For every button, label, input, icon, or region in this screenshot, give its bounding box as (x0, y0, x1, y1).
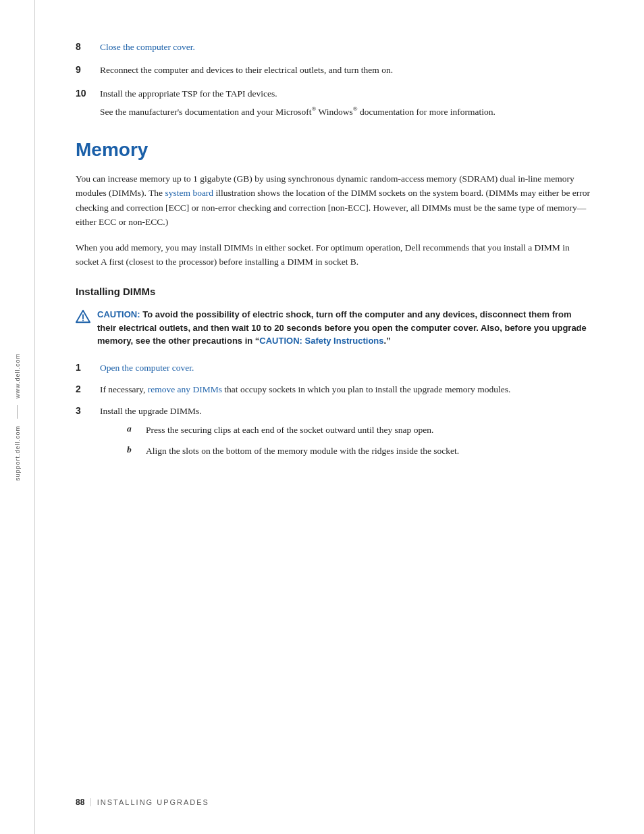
dimm-substep-a: a Press the securing clips at each end o… (127, 423, 590, 437)
open-cover-link[interactable]: Open the computer cover. (100, 363, 194, 373)
memory-title: Memory (76, 139, 590, 161)
step-8-content: Close the computer cover. (100, 41, 590, 54)
page-container: www.dell.com support.dell.com 8 Close th… (0, 0, 644, 834)
footer-divider: | (90, 797, 91, 807)
sidebar-text-website: www.dell.com (14, 353, 21, 398)
caution-box: CAUTION: To avoid the possibility of ele… (76, 308, 590, 348)
remove-dimms-link[interactable]: remove any DIMMs (148, 384, 222, 394)
footer-section-text: Installing Upgrades (97, 798, 209, 806)
dimm-substep-a-label: a (127, 423, 146, 437)
step-8: 8 Close the computer cover. (76, 41, 590, 54)
dimm-step-3-number: 3 (76, 405, 100, 416)
dimm-step-2-content: If necessary, remove any DIMMs that occu… (100, 383, 590, 396)
dimm-step-1: 1 Open the computer cover. (76, 361, 590, 375)
dimm-substeps: a Press the securing clips at each end o… (127, 423, 590, 458)
dimm-steps-list: 1 Open the computer cover. 2 If necessar… (76, 361, 590, 465)
dimm-step-2: 2 If necessary, remove any DIMMs that oc… (76, 383, 590, 396)
step-9: 9 Reconnect the computer and devices to … (76, 63, 590, 77)
memory-body-1: You can increase memory up to 1 gigabyte… (76, 172, 590, 230)
caution-text: CAUTION: To avoid the possibility of ele… (97, 308, 590, 348)
dimm-substep-b: b Align the slots on the bottom of the m… (127, 444, 590, 458)
memory-section: Memory You can increase memory up to 1 g… (76, 139, 590, 465)
dimm-step-3: 3 Install the upgrade DIMMs. a Press the… (76, 405, 590, 465)
step-10-number: 10 (76, 87, 100, 99)
dimm-step-2-text-before: If necessary, (100, 384, 148, 394)
step-10-subnote: See the manufacturer's documentation and… (100, 105, 590, 119)
caution-icon (76, 309, 90, 327)
installing-dimms-subsection: Installing DIMMs CAUTION: To avoid the p… (76, 286, 590, 465)
intro-steps-list: 8 Close the computer cover. 9 Reconnect … (76, 41, 590, 119)
dimm-step-3-text: Install the upgrade DIMMs. (100, 405, 590, 418)
step-10-text: Install the appropriate TSP for the TAPI… (100, 87, 590, 101)
installing-dimms-title: Installing DIMMs (76, 286, 590, 297)
svg-point-1 (82, 320, 84, 321)
dimm-substep-b-text: Align the slots on the bottom of the mem… (146, 444, 590, 458)
caution-label: CAUTION: (97, 309, 140, 319)
sidebar: www.dell.com support.dell.com (0, 0, 35, 834)
dimm-step-1-number: 1 (76, 361, 100, 373)
dimm-step-2-text-after: that occupy sockets in which you plan to… (222, 384, 510, 394)
dimm-substep-b-label: b (127, 444, 146, 458)
close-cover-link[interactable]: Close the computer cover. (100, 42, 195, 52)
step-9-content: Reconnect the computer and devices to th… (100, 63, 590, 77)
dimm-step-2-number: 2 (76, 383, 100, 394)
step-10-content: Install the appropriate TSP for the TAPI… (100, 87, 590, 119)
footer-page-number: 88 (76, 798, 84, 807)
footer: 88 | Installing Upgrades (76, 797, 209, 807)
step-8-number: 8 (76, 41, 100, 52)
sidebar-divider (17, 405, 18, 419)
dimm-step-1-content: Open the computer cover. (100, 361, 590, 375)
step-10: 10 Install the appropriate TSP for the T… (76, 87, 590, 119)
step-9-text: Reconnect the computer and devices to th… (100, 63, 590, 77)
caution-body-end: .” (384, 336, 391, 346)
main-content: 8 Close the computer cover. 9 Reconnect … (35, 0, 644, 834)
system-board-link[interactable]: system board (165, 188, 214, 198)
sidebar-text-support: support.dell.com (14, 425, 21, 481)
caution-safety-link[interactable]: CAUTION: Safety Instructions (259, 336, 383, 346)
step-9-number: 9 (76, 63, 100, 75)
memory-body-2: When you add memory, you may install DIM… (76, 240, 590, 269)
dimm-step-3-content: Install the upgrade DIMMs. a Press the s… (100, 405, 590, 465)
dimm-substep-a-text: Press the securing clips at each end of … (146, 423, 590, 437)
